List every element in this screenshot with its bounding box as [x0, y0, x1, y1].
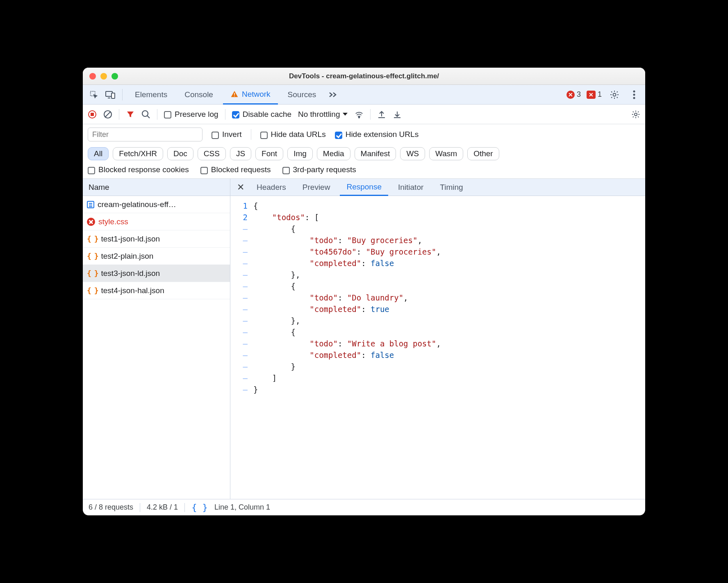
svg-point-8: [633, 97, 635, 99]
record-button[interactable]: [88, 110, 97, 119]
request-row[interactable]: style.css: [83, 213, 230, 230]
json-icon: { }: [87, 235, 98, 243]
devtools-window: DevTools - cream-gelatinous-effect.glitc…: [83, 68, 645, 515]
type-chip-fetchxhr[interactable]: Fetch/XHR: [113, 147, 163, 160]
json-icon: { }: [87, 269, 98, 278]
type-chip-css[interactable]: CSS: [198, 147, 226, 160]
type-chip-wasm[interactable]: Wasm: [429, 147, 463, 160]
request-name: test4-json-hal.json: [101, 286, 164, 295]
code-lines: { "todos": [ { "todo": "Buy groceries", …: [253, 196, 441, 499]
blocked-cookies-checkbox[interactable]: Blocked response cookies: [88, 165, 189, 174]
pretty-print-icon[interactable]: { }: [191, 502, 208, 512]
network-conditions-icon[interactable]: [355, 110, 364, 119]
request-row[interactable]: { }test1-json-ld.json: [83, 230, 230, 248]
upload-har-icon[interactable]: [377, 110, 386, 119]
throttling-select[interactable]: No throttling: [298, 110, 348, 119]
tab-sources[interactable]: Sources: [280, 85, 324, 105]
detail-tab-preview[interactable]: Preview: [296, 179, 337, 196]
type-chip-all[interactable]: All: [88, 147, 109, 160]
extra-filters-row: Blocked response cookies Blocked request…: [83, 164, 645, 179]
clear-button[interactable]: [103, 110, 112, 119]
type-chip-js[interactable]: JS: [230, 147, 251, 160]
filter-icon[interactable]: [126, 110, 135, 119]
svg-point-7: [633, 93, 635, 96]
detail-pane: ✕ Headers Preview Response Initiator Tim…: [230, 179, 645, 499]
tab-console[interactable]: Console: [177, 85, 221, 105]
request-name: test1-json-ld.json: [101, 235, 160, 244]
titlebar: DevTools - cream-gelatinous-effect.glitc…: [83, 68, 645, 85]
status-requests: 6 / 8 requests: [89, 503, 133, 512]
request-row[interactable]: { }test4-json-hal.json: [83, 282, 230, 299]
hide-data-urls-checkbox[interactable]: Hide data URLs: [260, 130, 326, 139]
chevron-down-icon: [342, 112, 348, 116]
status-cursor: Line 1, Column 1: [214, 503, 270, 512]
request-name: test3-json-ld.json: [101, 269, 160, 278]
error-badge[interactable]: ✕ 3: [566, 90, 581, 99]
svg-point-5: [613, 93, 616, 96]
preserve-log-checkbox[interactable]: Preserve log: [164, 110, 218, 119]
detail-tab-headers[interactable]: Headers: [250, 179, 293, 196]
filter-input[interactable]: [88, 128, 202, 141]
document-icon: [87, 201, 94, 208]
filter-row: Invert Hide data URLs Hide extension URL…: [83, 124, 645, 145]
request-list: Name cream-gelatinous-eff…style.css{ }te…: [83, 179, 230, 499]
tab-elements[interactable]: Elements: [127, 85, 175, 105]
type-chip-font[interactable]: Font: [255, 147, 283, 160]
device-toolbar-icon[interactable]: [103, 88, 117, 102]
svg-point-12: [142, 111, 148, 116]
download-har-icon[interactable]: [393, 110, 402, 119]
svg-rect-3: [234, 93, 235, 95]
issue-icon: ✕: [587, 91, 596, 99]
search-icon[interactable]: [141, 110, 150, 119]
svg-rect-10: [91, 113, 94, 116]
svg-point-14: [635, 113, 637, 115]
request-name: cream-gelatinous-eff…: [98, 200, 176, 209]
detail-tab-response[interactable]: Response: [340, 179, 388, 196]
tab-network[interactable]: Network: [223, 85, 278, 105]
json-icon: { }: [87, 252, 98, 260]
disable-cache-checkbox[interactable]: Disable cache: [232, 110, 291, 119]
type-chip-other[interactable]: Other: [467, 147, 499, 160]
warning-icon: [230, 90, 239, 98]
detail-tab-initiator[interactable]: Initiator: [391, 179, 430, 196]
close-detail-button[interactable]: ✕: [234, 182, 247, 193]
network-toolbar: Preserve log Disable cache No throttling: [83, 105, 645, 124]
inspect-element-icon[interactable]: [87, 88, 101, 102]
request-name: style.css: [98, 217, 128, 226]
type-chip-manifest[interactable]: Manifest: [355, 147, 396, 160]
detail-tab-timing[interactable]: Timing: [433, 179, 469, 196]
type-chip-img[interactable]: Img: [287, 147, 313, 160]
statusbar: 6 / 8 requests 4.2 kB / 1 { } Line 1, Co…: [83, 499, 645, 515]
type-chip-doc[interactable]: Doc: [167, 147, 193, 160]
settings-icon[interactable]: [607, 88, 621, 102]
kebab-menu-icon[interactable]: [627, 88, 641, 102]
type-filter-chips: AllFetch/XHRDocCSSJSFontImgMediaManifest…: [83, 145, 645, 164]
request-row[interactable]: cream-gelatinous-eff…: [83, 196, 230, 213]
json-icon: { }: [87, 286, 98, 295]
response-code-view[interactable]: 12––––––––––––––– { "todos": [ { "todo":…: [230, 196, 645, 499]
network-settings-icon[interactable]: [631, 110, 640, 119]
name-column-header[interactable]: Name: [83, 179, 230, 196]
third-party-checkbox[interactable]: 3rd-party requests: [282, 165, 356, 174]
invert-checkbox[interactable]: Invert: [212, 130, 242, 139]
type-chip-media[interactable]: Media: [317, 147, 350, 160]
line-gutter: 12–––––––––––––––: [230, 196, 253, 499]
content-area: Name cream-gelatinous-eff…style.css{ }te…: [83, 179, 645, 499]
request-name: test2-plain.json: [101, 252, 154, 261]
status-transfer: 4.2 kB / 1: [147, 503, 178, 512]
more-tabs-icon[interactable]: [326, 88, 340, 102]
type-chip-ws[interactable]: WS: [400, 147, 425, 160]
issue-badge[interactable]: ✕ 1: [587, 90, 602, 99]
hide-extension-urls-checkbox[interactable]: Hide extension URLs: [335, 130, 419, 139]
svg-point-13: [359, 116, 360, 118]
request-row[interactable]: { }test2-plain.json: [83, 248, 230, 265]
svg-point-6: [633, 90, 635, 92]
error-icon: ✕: [566, 91, 575, 99]
window-title: DevTools - cream-gelatinous-effect.glitc…: [83, 72, 645, 80]
blocked-requests-checkbox[interactable]: Blocked requests: [200, 165, 271, 174]
error-icon: [87, 218, 95, 226]
main-tabbar: Elements Console Network Sources ✕ 3 ✕ 1: [83, 85, 645, 105]
request-row[interactable]: { }test3-json-ld.json: [83, 265, 230, 282]
svg-rect-2: [111, 93, 115, 98]
svg-rect-4: [234, 96, 235, 96]
